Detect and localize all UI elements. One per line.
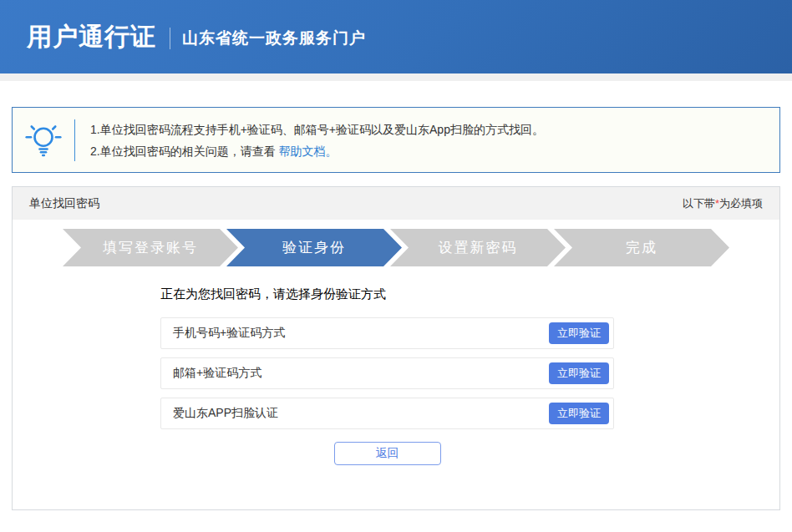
step-complete: 完成 bbox=[554, 229, 729, 266]
step-verify-identity: 验证身份 bbox=[226, 229, 402, 266]
method-row-face-scan: 爱山东APP扫脸认证 立即验证 bbox=[160, 398, 614, 429]
help-doc-link[interactable]: 帮助文档 bbox=[279, 144, 326, 158]
notice-line-1: 1.单位找回密码流程支持手机+验证码、邮箱号+验证码以及爱山东App扫脸的方式找… bbox=[90, 119, 544, 140]
lightbulb-icon bbox=[13, 120, 74, 160]
verify-now-button-phone[interactable]: 立即验证 bbox=[549, 322, 609, 344]
back-row: 返回 bbox=[160, 442, 614, 465]
prompt-text: 正在为您找回密码，请选择身份验证方式 bbox=[160, 286, 614, 302]
panel-title: 单位找回密码 bbox=[29, 196, 99, 211]
step-set-new-password: 设置新密码 bbox=[390, 229, 566, 266]
site-title: 用户通行证 bbox=[27, 20, 156, 54]
notice-line-2: 2.单位找回密码的相关问题，请查看 帮助文档。 bbox=[90, 140, 544, 162]
verification-content: 正在为您找回密码，请选择身份验证方式 手机号码+验证码方式 立即验证 邮箱+验证… bbox=[160, 286, 614, 465]
panel-title-bar: 单位找回密码 以下带*为必填项 bbox=[13, 187, 779, 220]
title-divider bbox=[170, 28, 170, 49]
verify-now-button-email[interactable]: 立即验证 bbox=[549, 362, 609, 384]
method-label: 爱山东APP扫脸认证 bbox=[173, 406, 278, 421]
step-progress-bar: 填写登录账号 验证身份 设置新密码 完成 bbox=[13, 220, 779, 266]
method-row-phone: 手机号码+验证码方式 立即验证 bbox=[160, 317, 614, 349]
method-label: 手机号码+验证码方式 bbox=[173, 326, 285, 341]
verify-now-button-face[interactable]: 立即验证 bbox=[549, 403, 609, 424]
required-note: 以下带*为必填项 bbox=[683, 196, 763, 211]
site-subtitle: 山东省统一政务服务门户 bbox=[182, 28, 366, 49]
site-header: 用户通行证 山东省统一政务服务门户 bbox=[0, 0, 792, 73]
notice-box: 1.单位找回密码流程支持手机+验证码、邮箱号+验证码以及爱山东App扫脸的方式找… bbox=[12, 107, 780, 173]
method-label: 邮箱+验证码方式 bbox=[173, 366, 261, 381]
step-fill-account: 填写登录账号 bbox=[63, 229, 238, 266]
header-strip bbox=[0, 73, 792, 81]
back-button[interactable]: 返回 bbox=[334, 442, 441, 465]
method-row-email: 邮箱+验证码方式 立即验证 bbox=[160, 357, 614, 389]
password-recovery-panel: 单位找回密码 以下带*为必填项 填写登录账号 验证身份 设置新密码 完成 正在为… bbox=[12, 186, 780, 510]
notice-text: 1.单位找回密码流程支持手机+验证码、邮箱号+验证码以及爱山东App扫脸的方式找… bbox=[75, 119, 544, 162]
